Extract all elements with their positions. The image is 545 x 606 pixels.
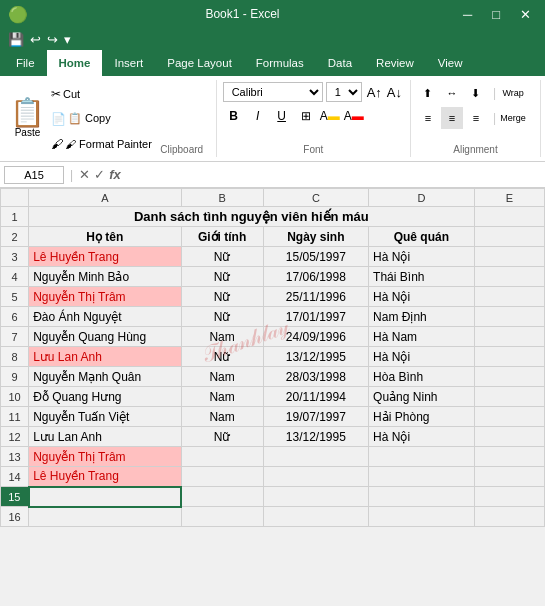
cut-button[interactable]: ✂ Cut xyxy=(51,87,152,101)
cell-14-a[interactable]: Lê Huyền Trang xyxy=(29,467,181,487)
close-btn[interactable]: ✕ xyxy=(514,7,537,22)
increase-font-button[interactable]: A↑ xyxy=(365,85,384,100)
cell-13-b[interactable] xyxy=(181,447,263,467)
italic-button[interactable]: I xyxy=(247,105,269,127)
cell-12-d[interactable]: Hà Nội xyxy=(369,427,475,447)
cell-16-a[interactable] xyxy=(29,507,181,527)
cell-12-b[interactable]: Nữ xyxy=(181,427,263,447)
border-button[interactable]: ⊞ xyxy=(295,105,317,127)
align-top-button[interactable]: ⬆ xyxy=(417,82,439,104)
cell-10-b[interactable]: Nam xyxy=(181,387,263,407)
tab-insert[interactable]: Insert xyxy=(102,50,155,76)
tab-view[interactable]: View xyxy=(426,50,475,76)
cell-4-b[interactable]: Nữ xyxy=(181,267,263,287)
cell-8-d[interactable]: Hà Nội xyxy=(369,347,475,367)
cell-7-e[interactable] xyxy=(474,327,544,347)
cell-16-b[interactable] xyxy=(181,507,263,527)
cell-reference-box[interactable] xyxy=(4,166,64,184)
cell-4-a[interactable]: Nguyễn Minh Bảo xyxy=(29,267,181,287)
cell-7-a[interactable]: Nguyễn Quang Hùng xyxy=(29,327,181,347)
wrap-text-button[interactable]: Wrap xyxy=(502,82,524,104)
cell-8-c[interactable]: 13/12/1995 xyxy=(263,347,369,367)
cell-7-d[interactable]: Hà Nam xyxy=(369,327,475,347)
cell-9-e[interactable] xyxy=(474,367,544,387)
tab-formulas[interactable]: Formulas xyxy=(244,50,316,76)
cell-11-d[interactable]: Hải Phòng xyxy=(369,407,475,427)
cell-3-a[interactable]: Lê Huyền Trang xyxy=(29,247,181,267)
format-painter-button[interactable]: 🖌 🖌 Format Painter xyxy=(51,137,152,151)
cell-5-a[interactable]: Nguyễn Thị Trâm xyxy=(29,287,181,307)
cell-5-b[interactable]: Nữ xyxy=(181,287,263,307)
align-left-button[interactable]: ≡ xyxy=(417,107,439,129)
paste-button[interactable]: 📋 Paste xyxy=(8,82,47,155)
cell-12-a[interactable]: Lưu Lan Anh xyxy=(29,427,181,447)
formula-input[interactable] xyxy=(125,166,541,184)
cell-3-b[interactable]: Nữ xyxy=(181,247,263,267)
tab-home[interactable]: Home xyxy=(47,50,103,76)
align-middle-button[interactable]: ↔ xyxy=(441,82,463,104)
tab-data[interactable]: Data xyxy=(316,50,364,76)
bold-button[interactable]: B xyxy=(223,105,245,127)
cell-5-c[interactable]: 25/11/1996 xyxy=(263,287,369,307)
cell-5-d[interactable]: Hà Nội xyxy=(369,287,475,307)
cell-14-e[interactable] xyxy=(474,467,544,487)
tab-page-layout[interactable]: Page Layout xyxy=(155,50,244,76)
cell-14-d[interactable] xyxy=(369,467,475,487)
cell-9-c[interactable]: 28/03/1998 xyxy=(263,367,369,387)
tab-review[interactable]: Review xyxy=(364,50,426,76)
fill-color-button[interactable]: A▬ xyxy=(319,105,341,127)
cell-14-b[interactable] xyxy=(181,467,263,487)
copy-button[interactable]: 📄 📋 Copy xyxy=(51,112,152,126)
cell-7-b[interactable]: Nam xyxy=(181,327,263,347)
confirm-formula-icon[interactable]: ✓ xyxy=(94,167,105,182)
cell-8-a[interactable]: Lưu Lan Anh xyxy=(29,347,181,367)
cell-10-d[interactable]: Quảng Ninh xyxy=(369,387,475,407)
align-bottom-button[interactable]: ⬇ xyxy=(465,82,487,104)
cell-5-e[interactable] xyxy=(474,287,544,307)
col-header-e[interactable]: E xyxy=(474,189,544,207)
cell-15-d[interactable] xyxy=(369,487,475,507)
cell-3-c[interactable]: 15/05/1997 xyxy=(263,247,369,267)
cell-15-c[interactable] xyxy=(263,487,369,507)
cell-9-d[interactable]: Hòa Bình xyxy=(369,367,475,387)
cell-3-d[interactable]: Hà Nội xyxy=(369,247,475,267)
undo-qa-button[interactable]: ↩ xyxy=(30,32,41,47)
cell-13-a[interactable]: Nguyễn Thị Trâm xyxy=(29,447,181,467)
header-dob[interactable]: Ngày sinh xyxy=(263,227,369,247)
cell-10-e[interactable] xyxy=(474,387,544,407)
cell-10-c[interactable]: 20/11/1994 xyxy=(263,387,369,407)
tab-file[interactable]: File xyxy=(4,50,47,76)
underline-button[interactable]: U xyxy=(271,105,293,127)
cell-9-a[interactable]: Nguyễn Mạnh Quân xyxy=(29,367,181,387)
col-header-b[interactable]: B xyxy=(181,189,263,207)
title-cell[interactable]: Danh sách tình nguyện viên hiến máu xyxy=(29,207,475,227)
cell-2-e[interactable] xyxy=(474,227,544,247)
font-size-selector[interactable]: 11 xyxy=(326,82,362,102)
cell-1-e[interactable] xyxy=(474,207,544,227)
merge-center-button[interactable]: Merge xyxy=(502,107,524,129)
cell-4-d[interactable]: Thái Bình xyxy=(369,267,475,287)
cell-16-e[interactable] xyxy=(474,507,544,527)
cancel-formula-icon[interactable]: ✕ xyxy=(79,167,90,182)
cell-8-e[interactable] xyxy=(474,347,544,367)
cell-15-b[interactable] xyxy=(181,487,263,507)
cell-3-e[interactable] xyxy=(474,247,544,267)
cell-8-b[interactable]: Nữ xyxy=(181,347,263,367)
save-qa-button[interactable]: 💾 xyxy=(8,32,24,47)
decrease-font-button[interactable]: A↓ xyxy=(385,85,404,100)
cell-12-c[interactable]: 13/12/1995 xyxy=(263,427,369,447)
cell-6-d[interactable]: Nam Định xyxy=(369,307,475,327)
cell-13-e[interactable] xyxy=(474,447,544,467)
font-name-selector[interactable]: Calibri xyxy=(223,82,323,102)
cell-4-e[interactable] xyxy=(474,267,544,287)
cell-6-a[interactable]: Đào Ánh Nguyệt xyxy=(29,307,181,327)
cell-6-c[interactable]: 17/01/1997 xyxy=(263,307,369,327)
cell-6-e[interactable] xyxy=(474,307,544,327)
cell-11-a[interactable]: Nguyễn Tuấn Việt xyxy=(29,407,181,427)
maximize-btn[interactable]: □ xyxy=(486,7,506,22)
header-hometown[interactable]: Quê quán xyxy=(369,227,475,247)
header-name[interactable]: Họ tên xyxy=(29,227,181,247)
insert-function-icon[interactable]: fx xyxy=(109,167,121,182)
cell-7-c[interactable]: 24/09/1996 xyxy=(263,327,369,347)
cell-15-e[interactable] xyxy=(474,487,544,507)
